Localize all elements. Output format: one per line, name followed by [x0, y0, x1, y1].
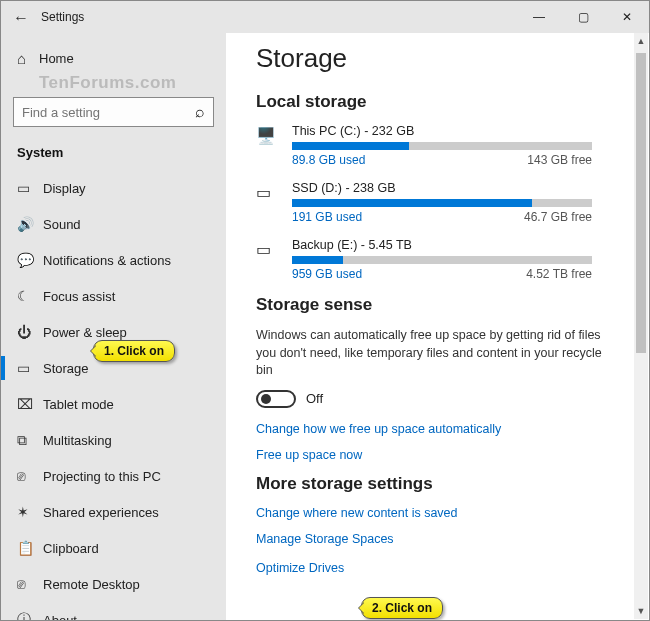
nav-icon: ✶ [17, 504, 43, 520]
window-title: Settings [41, 10, 84, 24]
drive-free: 4.52 TB free [526, 267, 592, 281]
nav-label: Tablet mode [43, 397, 114, 412]
storage-sense-description: Windows can automatically free up space … [256, 327, 616, 380]
nav-label: Shared experiences [43, 505, 159, 520]
nav-label: About [43, 613, 77, 621]
more-storage-heading: More storage settings [256, 474, 627, 494]
link-optimize-drives[interactable]: Optimize Drives [256, 561, 344, 575]
callout-2: 2. Click on [361, 597, 443, 619]
minimize-button[interactable]: — [517, 1, 561, 33]
drive-usage-bar [292, 199, 592, 207]
close-button[interactable]: ✕ [605, 1, 649, 33]
nav-icon: ☾ [17, 288, 43, 304]
scroll-down-icon[interactable]: ▼ [634, 603, 648, 619]
nav-label: Multitasking [43, 433, 112, 448]
nav-icon: ⏻ [17, 324, 43, 340]
nav-icon: ⎚ [17, 468, 43, 484]
link-change-free-up[interactable]: Change how we free up space automaticall… [256, 422, 627, 436]
nav-icon: ⌧ [17, 396, 43, 412]
storage-sense-toggle[interactable]: Off [256, 390, 627, 408]
drive-name: Backup (E:) - 5.45 TB [292, 238, 627, 252]
drive-row[interactable]: 🖥️This PC (C:) - 232 GB89.8 GB used143 G… [256, 124, 627, 167]
drive-free: 143 GB free [527, 153, 592, 167]
storage-sense-heading: Storage sense [256, 295, 627, 315]
sidebar-item-shared-experiences[interactable]: ✶Shared experiences [1, 494, 226, 530]
scrollbar[interactable]: ▲ ▼ [634, 33, 648, 619]
drive-free: 46.7 GB free [524, 210, 592, 224]
scroll-thumb[interactable] [636, 53, 646, 353]
nav-label: Projecting to this PC [43, 469, 161, 484]
sidebar-item-remote-desktop[interactable]: ⎚Remote Desktop [1, 566, 226, 602]
back-button[interactable]: ← [1, 7, 41, 27]
nav-icon: 🔊 [17, 216, 43, 232]
drive-used: 191 GB used [292, 210, 362, 224]
search-box[interactable]: ⌕ [13, 97, 214, 127]
nav-label: Clipboard [43, 541, 99, 556]
sidebar-item-focus-assist[interactable]: ☾Focus assist [1, 278, 226, 314]
drive-icon: ▭ [256, 238, 292, 281]
link-change-where-saved[interactable]: Change where new content is saved [256, 506, 627, 520]
sidebar-item-clipboard[interactable]: 📋Clipboard [1, 530, 226, 566]
drive-usage-bar [292, 142, 592, 150]
home-nav[interactable]: ⌂ Home [1, 39, 226, 77]
scroll-up-icon[interactable]: ▲ [634, 33, 648, 49]
category-heading: System [1, 141, 226, 170]
nav-label: Notifications & actions [43, 253, 171, 268]
link-manage-storage-spaces[interactable]: Manage Storage Spaces [256, 532, 627, 546]
sidebar-item-sound[interactable]: 🔊Sound [1, 206, 226, 242]
toggle-label: Off [306, 391, 323, 406]
drive-icon: 🖥️ [256, 124, 292, 167]
sidebar-item-display[interactable]: ▭Display [1, 170, 226, 206]
drive-name: SSD (D:) - 238 GB [292, 181, 627, 195]
home-label: Home [39, 51, 74, 66]
drive-used: 89.8 GB used [292, 153, 365, 167]
nav-label: Power & sleep [43, 325, 127, 340]
nav-icon: ▭ [17, 180, 43, 196]
nav-label: Display [43, 181, 86, 196]
search-icon: ⌕ [195, 103, 205, 121]
drive-row[interactable]: ▭Backup (E:) - 5.45 TB959 GB used4.52 TB… [256, 238, 627, 281]
drive-name: This PC (C:) - 232 GB [292, 124, 627, 138]
search-input[interactable] [22, 105, 195, 120]
toggle-switch-icon [256, 390, 296, 408]
local-storage-heading: Local storage [256, 92, 627, 112]
nav-icon: 💬 [17, 252, 43, 268]
sidebar-item-multitasking[interactable]: ⧉Multitasking [1, 422, 226, 458]
nav-label: Remote Desktop [43, 577, 140, 592]
nav-icon: ▭ [17, 360, 43, 376]
page-title: Storage [256, 43, 627, 74]
watermark: TenForums.com [39, 73, 226, 93]
nav-label: Focus assist [43, 289, 115, 304]
maximize-button[interactable]: ▢ [561, 1, 605, 33]
sidebar-item-tablet-mode[interactable]: ⌧Tablet mode [1, 386, 226, 422]
sidebar-item-about[interactable]: ⓘAbout [1, 602, 226, 620]
drive-icon: ▭ [256, 181, 292, 224]
nav-label: Storage [43, 361, 89, 376]
nav-icon: ⧉ [17, 432, 43, 449]
nav-icon: ⎚ [17, 576, 43, 592]
sidebar-item-notifications-actions[interactable]: 💬Notifications & actions [1, 242, 226, 278]
callout-1: 1. Click on [93, 340, 175, 362]
nav-icon: ⓘ [17, 611, 43, 620]
drive-used: 959 GB used [292, 267, 362, 281]
link-free-up-now[interactable]: Free up space now [256, 448, 627, 462]
drive-usage-bar [292, 256, 592, 264]
sidebar: ⌂ Home TenForums.com ⌕ System ▭Display🔊S… [1, 33, 226, 620]
sidebar-item-projecting-to-this-pc[interactable]: ⎚Projecting to this PC [1, 458, 226, 494]
drive-row[interactable]: ▭SSD (D:) - 238 GB191 GB used46.7 GB fre… [256, 181, 627, 224]
main-panel: Storage Local storage 🖥️This PC (C:) - 2… [226, 33, 649, 620]
titlebar: ← Settings — ▢ ✕ [1, 1, 649, 33]
nav-label: Sound [43, 217, 81, 232]
home-icon: ⌂ [17, 50, 39, 67]
nav-icon: 📋 [17, 540, 43, 556]
